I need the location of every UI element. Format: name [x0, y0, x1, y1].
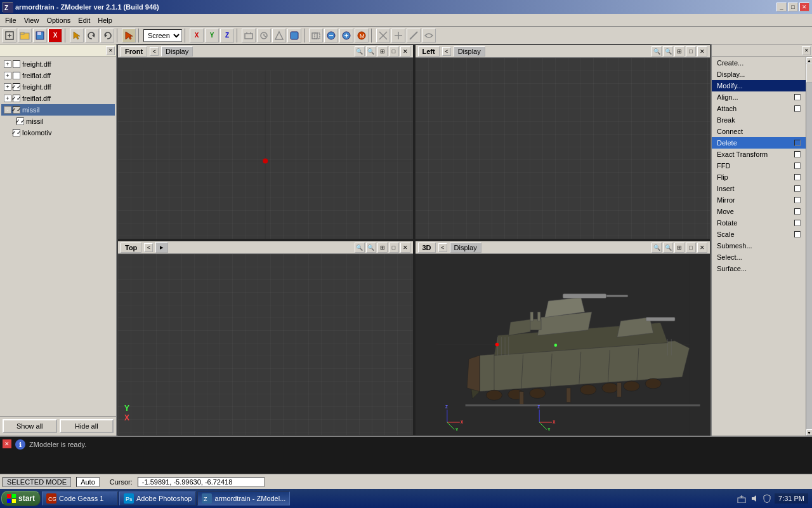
log-close-btn[interactable]: ✕	[3, 439, 11, 448]
start-button[interactable]: start	[1, 491, 41, 506]
check-missil-child[interactable]: ✓	[16, 117, 24, 125]
new-button[interactable]	[3, 29, 16, 43]
check-freight1[interactable]	[13, 60, 20, 68]
tb-btn-6[interactable]	[324, 29, 338, 43]
menu-modify[interactable]: Modify...	[712, 80, 806, 91]
tab-3d[interactable]: 3D	[418, 243, 436, 253]
check-lokomotiv[interactable]: ✓	[13, 129, 20, 137]
tab-3d-display[interactable]: Display	[450, 243, 481, 253]
maximize-button[interactable]: □	[788, 3, 798, 11]
menu-exact-transform[interactable]: Exact Transform	[712, 149, 806, 160]
scrollbar-up[interactable]: ▲	[806, 57, 813, 64]
tree-item-freiflat2[interactable]: + ✓ freiflat.dff	[1, 93, 115, 104]
attach-checkbox[interactable]	[794, 105, 801, 112]
tb-btn-4[interactable]	[287, 29, 301, 43]
left-zoom-in[interactable]: 🔍	[652, 46, 662, 57]
3d-fit[interactable]: ⊞	[674, 243, 684, 253]
check-freiflat1[interactable]	[13, 72, 20, 79]
menu-submesh[interactable]: Submesh...	[712, 240, 806, 251]
left-zoom-out[interactable]: 🔍	[663, 46, 673, 57]
front-nav-btn[interactable]: <	[150, 47, 159, 56]
close-button[interactable]: ✕	[799, 3, 809, 11]
taskbar-zmodeler[interactable]: Z armordtrain - ZModel...	[197, 491, 290, 505]
front-fit[interactable]: ⊞	[377, 46, 388, 57]
left-fit[interactable]: ⊞	[674, 46, 684, 57]
hide-all-button[interactable]: Hide all	[60, 419, 114, 433]
tb-btn-12[interactable]	[422, 29, 436, 43]
scrollbar-thumb[interactable]	[806, 64, 813, 83]
tb-btn-2[interactable]	[257, 29, 271, 43]
3d-nav-btn[interactable]: <	[438, 243, 447, 252]
top-zoom-out[interactable]: 🔍	[366, 243, 376, 253]
3d-canvas[interactable]: Z X Y Z X	[416, 254, 710, 435]
tree-item-freight2[interactable]: + ✓ freight.dff	[1, 81, 115, 93]
align-checkbox[interactable]	[794, 94, 801, 100]
expander-freiflat2[interactable]: +	[4, 95, 11, 102]
tab-front[interactable]: Front	[121, 46, 147, 57]
tab-left-display[interactable]: Display	[454, 46, 485, 57]
tb-btn-7[interactable]	[339, 29, 353, 43]
screen-mode-dropdown[interactable]: Screen World Local	[143, 29, 182, 42]
menu-mirror[interactable]: Mirror	[712, 194, 806, 206]
undo2-button[interactable]	[85, 29, 99, 43]
menu-view[interactable]: View	[20, 15, 43, 25]
menu-help[interactable]: Help	[94, 15, 116, 25]
tree-item-freiflat1[interactable]: + freiflat.dff	[1, 70, 115, 81]
tree-item-missil-child[interactable]: ✓ missil	[1, 116, 115, 127]
menu-select[interactable]: Select...	[712, 251, 806, 263]
menu-edit[interactable]: Edit	[74, 15, 94, 25]
save-button[interactable]	[33, 29, 47, 43]
top-close[interactable]: ✕	[400, 243, 410, 253]
tab-top[interactable]: Top	[121, 243, 141, 253]
3d-max[interactable]: □	[686, 243, 696, 253]
arrow-mode-btn[interactable]	[122, 29, 136, 43]
z-axis-btn[interactable]: Z	[220, 29, 234, 43]
front-max[interactable]: □	[389, 46, 399, 57]
menu-break[interactable]: Break	[712, 114, 806, 126]
menu-flip[interactable]: Flip	[712, 171, 806, 183]
tb-btn-1[interactable]	[242, 29, 256, 43]
menu-file[interactable]: File	[1, 15, 20, 25]
rotate-checkbox[interactable]	[794, 220, 801, 226]
top-fit[interactable]: ⊞	[377, 243, 388, 253]
menu-scale[interactable]: Scale	[712, 229, 806, 240]
tree-item-missil-parent[interactable]: - ✓ missil	[1, 104, 115, 116]
undo-button[interactable]: X	[48, 29, 62, 43]
scale-checkbox[interactable]	[794, 231, 801, 237]
tree-item-lokomotiv[interactable]: ✓ lokomotiv	[1, 127, 115, 138]
menu-connect[interactable]: Connect	[712, 126, 806, 137]
insert-checkbox[interactable]	[794, 185, 801, 192]
expander-missil[interactable]: -	[4, 106, 11, 114]
front-canvas[interactable]	[118, 58, 413, 239]
left-nav-btn[interactable]: <	[442, 47, 451, 56]
minimize-button[interactable]: _	[776, 3, 787, 11]
menu-surface[interactable]: Surface...	[712, 263, 806, 274]
right-panel-close[interactable]: ✕	[802, 46, 811, 55]
open-button[interactable]	[18, 29, 32, 43]
menu-ffd[interactable]: FFD	[712, 160, 806, 171]
taskbar-code-geass[interactable]: CG Code Geass 1	[42, 491, 118, 505]
front-zoom-out[interactable]: 🔍	[366, 46, 376, 57]
expander-freiflat1[interactable]: +	[4, 72, 11, 79]
menu-delete[interactable]: Delete	[712, 137, 806, 149]
mirror-checkbox[interactable]	[794, 197, 801, 203]
expander-freight1[interactable]: +	[4, 60, 11, 68]
3d-close[interactable]: ✕	[697, 243, 707, 253]
tab-front-display[interactable]: Display	[161, 46, 193, 57]
top-nav-btn[interactable]: <	[144, 243, 153, 252]
front-close[interactable]: ✕	[400, 46, 410, 57]
top-max[interactable]: □	[389, 243, 399, 253]
3d-zoom-in[interactable]: 🔍	[652, 243, 662, 253]
menu-insert[interactable]: Insert	[712, 183, 806, 194]
tb-btn-8[interactable]: M	[355, 29, 369, 43]
tab-top-icon[interactable]: ▸	[155, 242, 168, 253]
redo-button[interactable]	[100, 29, 114, 43]
menu-align[interactable]: Align...	[712, 91, 806, 103]
left-max[interactable]: □	[686, 46, 696, 57]
check-missil[interactable]: ✓	[13, 106, 20, 114]
check-freight2[interactable]: ✓	[13, 83, 20, 91]
delete-checkbox[interactable]	[794, 140, 801, 146]
top-zoom-in[interactable]: 🔍	[355, 243, 365, 253]
menu-rotate[interactable]: Rotate	[712, 217, 806, 229]
check-freiflat2[interactable]: ✓	[13, 95, 20, 102]
